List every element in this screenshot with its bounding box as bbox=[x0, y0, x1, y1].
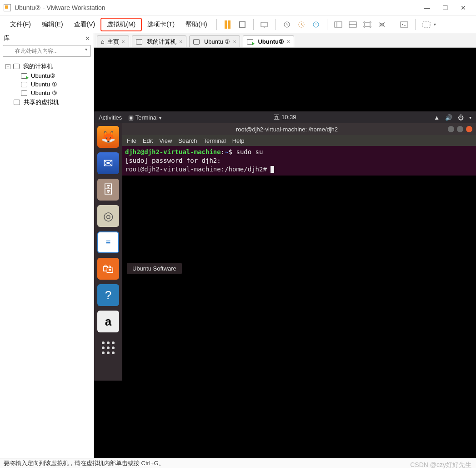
system-dropdown-icon[interactable]: ▾ bbox=[469, 115, 471, 120]
terminal-window: root@djh2-virtual-machine: /home/djh2 Fi… bbox=[122, 123, 476, 176]
tab-close-icon[interactable]: × bbox=[287, 39, 290, 45]
tab-my-computer[interactable]: 我的计算机 × bbox=[132, 35, 186, 47]
app-icon bbox=[4, 4, 11, 11]
terminal-body[interactable]: djh2@djh2-virtual-machine:~$ sudo su [su… bbox=[122, 146, 476, 176]
menu-help[interactable]: 帮助(H) bbox=[180, 18, 212, 31]
terminal-menubar: File Edit View Search Terminal Help bbox=[122, 135, 476, 146]
menu-view[interactable]: 查看(V) bbox=[69, 18, 101, 31]
window-title: Ubuntu② - VMware Workstation bbox=[15, 4, 418, 11]
tab-close-icon[interactable]: × bbox=[233, 39, 236, 45]
svg-rect-11 bbox=[423, 22, 430, 27]
status-bar: 要将输入定向到该虚拟机，请在虚拟机内部单击或按 Ctrl+G。 bbox=[0, 458, 476, 468]
menu-vm[interactable]: 虚拟机(M) bbox=[100, 18, 142, 31]
network-icon[interactable]: ▲ bbox=[434, 114, 440, 121]
svg-rect-8 bbox=[365, 23, 370, 26]
tab-close-icon[interactable]: × bbox=[122, 39, 125, 45]
close-button[interactable]: ✕ bbox=[454, 1, 472, 14]
ubuntu-dock: 🦊 ✉ 🗄 ◎ ≡ 🛍 ? a bbox=[94, 123, 122, 381]
svg-rect-10 bbox=[401, 22, 408, 27]
toolbar-pause-icon[interactable] bbox=[221, 19, 234, 30]
tree-vm-ubuntu3[interactable]: Ubuntu ③ bbox=[2, 89, 92, 97]
vm-icon bbox=[193, 39, 200, 45]
tree-vm-ubuntu1[interactable]: Ubuntu ① bbox=[2, 80, 92, 89]
term-menu-search[interactable]: Search bbox=[178, 137, 197, 144]
dock-amazon[interactable]: a bbox=[97, 311, 119, 332]
sidebar-title: 库 bbox=[4, 34, 10, 42]
dock-files[interactable]: 🗄 bbox=[97, 179, 119, 201]
activities-button[interactable]: Activities bbox=[99, 114, 122, 121]
dock-rhythmbox[interactable]: ◎ bbox=[97, 205, 119, 227]
menu-edit[interactable]: 编辑(E) bbox=[36, 18, 69, 31]
ubuntu-top-bar: Activities ▣ Terminal 五 10:39 ▲ 🔊 ⏻ ▾ bbox=[94, 111, 476, 123]
tab-bar: ⌂ 主页 × 我的计算机 × Ubuntu ① × Ubuntu② × bbox=[94, 33, 476, 48]
monitor-icon bbox=[13, 64, 20, 69]
app-indicator[interactable]: ▣ Terminal bbox=[128, 114, 161, 121]
toolbar-unity-icon[interactable] bbox=[376, 19, 388, 30]
dock-help[interactable]: ? bbox=[97, 284, 119, 306]
monitor-icon bbox=[136, 39, 142, 45]
toolbar-clock2-icon[interactable] bbox=[295, 19, 308, 30]
home-icon: ⌂ bbox=[101, 38, 105, 45]
toolbar-fullscreen-icon[interactable] bbox=[361, 19, 374, 30]
status-text: 要将输入定向到该虚拟机，请在虚拟机内部单击或按 Ctrl+G。 bbox=[4, 459, 165, 467]
tab-ubuntu1[interactable]: Ubuntu ① × bbox=[189, 35, 241, 47]
power-icon[interactable]: ⏻ bbox=[458, 114, 464, 121]
cursor-icon bbox=[271, 166, 274, 173]
window-titlebar: Ubuntu② - VMware Workstation — ☐ ✕ bbox=[0, 0, 476, 16]
toolbar-console-icon[interactable] bbox=[398, 19, 411, 30]
sidebar-close-icon[interactable]: ✕ bbox=[85, 35, 90, 42]
clock[interactable]: 五 10:39 bbox=[274, 113, 296, 121]
toolbar-clock1-icon[interactable] bbox=[281, 19, 293, 30]
svg-rect-4 bbox=[335, 22, 342, 27]
dock-tooltip: Ubuntu Software bbox=[127, 263, 182, 274]
tree-vm-ubuntu2[interactable]: Ubuntu② bbox=[2, 71, 92, 80]
term-minimize-button[interactable] bbox=[448, 126, 454, 132]
svg-rect-0 bbox=[261, 22, 267, 27]
dock-ubuntu-software[interactable]: 🛍 bbox=[97, 258, 119, 280]
vm-running-icon bbox=[21, 73, 27, 79]
library-sidebar: 库 ✕ ▾ − 我的计算机 Ubuntu② Ubuntu ① Ubunt bbox=[0, 33, 94, 458]
dock-thunderbird[interactable]: ✉ bbox=[97, 152, 119, 174]
term-menu-help[interactable]: Help bbox=[232, 137, 245, 144]
search-dropdown-icon[interactable]: ▾ bbox=[85, 47, 87, 52]
term-menu-edit[interactable]: Edit bbox=[143, 137, 153, 144]
term-menu-terminal[interactable]: Terminal bbox=[204, 137, 226, 144]
dock-show-apps[interactable] bbox=[97, 337, 119, 359]
tab-home[interactable]: ⌂ 主页 × bbox=[97, 35, 129, 47]
menu-file[interactable]: 文件(F) bbox=[5, 18, 36, 31]
vm-running-icon bbox=[247, 39, 253, 45]
tab-ubuntu2[interactable]: Ubuntu② × bbox=[243, 35, 294, 47]
toolbar-layout2-icon[interactable] bbox=[346, 19, 359, 30]
vm-display[interactable]: Activities ▣ Terminal 五 10:39 ▲ 🔊 ⏻ ▾ ro… bbox=[94, 48, 476, 458]
terminal-icon: ▣ bbox=[128, 114, 134, 121]
tree-collapse-icon[interactable]: − bbox=[5, 64, 10, 69]
tree-shared-vms[interactable]: 共享的虚拟机 bbox=[2, 97, 92, 107]
term-maximize-button[interactable] bbox=[457, 126, 463, 132]
maximize-button[interactable]: ☐ bbox=[436, 1, 454, 14]
tab-close-icon[interactable]: × bbox=[179, 39, 182, 45]
toolbar-layout1-icon[interactable] bbox=[332, 19, 345, 30]
tree-root-my-computer[interactable]: − 我的计算机 bbox=[2, 61, 92, 71]
vm-icon bbox=[21, 82, 27, 87]
toolbar-stop-icon[interactable] bbox=[236, 19, 249, 30]
dock-writer[interactable]: ≡ bbox=[97, 231, 119, 253]
terminal-title: root@djh2-virtual-machine: /home/djh2 bbox=[126, 126, 448, 133]
vm-icon bbox=[21, 90, 27, 96]
term-menu-file[interactable]: File bbox=[127, 137, 136, 144]
toolbar-settings-icon[interactable] bbox=[420, 19, 433, 30]
volume-icon[interactable]: 🔊 bbox=[445, 114, 452, 121]
menubar: 文件(F) 编辑(E) 查看(V) 虚拟机(M) 选项卡(T) 帮助(H) ▾ bbox=[0, 16, 476, 33]
menu-tabs[interactable]: 选项卡(T) bbox=[142, 18, 180, 31]
term-menu-view[interactable]: View bbox=[159, 137, 172, 144]
dock-firefox[interactable]: 🦊 bbox=[97, 126, 119, 148]
toolbar-snapshot-icon[interactable] bbox=[258, 19, 271, 30]
minimize-button[interactable]: — bbox=[418, 1, 436, 14]
term-close-button[interactable] bbox=[466, 126, 472, 132]
monitor-icon bbox=[14, 100, 20, 105]
toolbar-clock3-icon[interactable] bbox=[310, 19, 322, 30]
sidebar-search-input[interactable] bbox=[3, 45, 91, 57]
